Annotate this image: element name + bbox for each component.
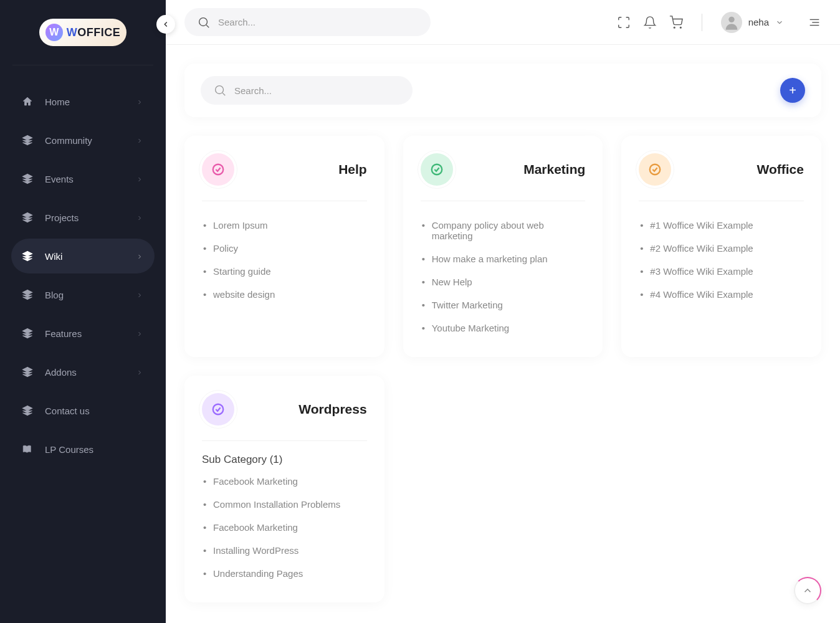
sidebar-item-events[interactable]: Events [11, 161, 155, 196]
svg-marker-7 [23, 406, 32, 411]
svg-point-21 [213, 404, 224, 415]
check-circle-icon [202, 393, 234, 426]
svg-point-18 [213, 164, 224, 175]
sidebar-collapse-button[interactable] [156, 15, 175, 34]
svg-point-11 [680, 27, 681, 28]
cart-button[interactable] [669, 16, 683, 29]
wiki-category-card: MarketingCompany policy about web market… [403, 136, 603, 357]
card-title[interactable]: Help [338, 162, 367, 177]
sub-category-label[interactable]: Sub Category (1) [202, 454, 367, 466]
wiki-article-link[interactable]: website design [202, 283, 367, 306]
scroll-top-button[interactable] [794, 577, 821, 604]
wiki-article-link[interactable]: Facebook Marketing [202, 516, 367, 539]
user-name: neha [748, 17, 769, 27]
svg-line-9 [206, 25, 209, 27]
sidebar-item-community[interactable]: Community [11, 123, 155, 158]
svg-marker-1 [23, 174, 32, 179]
svg-point-8 [199, 17, 208, 26]
sidebar-item-contact-us[interactable]: Contact us [11, 393, 155, 428]
sidebar-item-home[interactable]: Home [11, 84, 155, 119]
notifications-button[interactable] [643, 16, 657, 29]
wiki-search-input[interactable] [234, 85, 400, 96]
chevron-right-icon [136, 290, 145, 299]
sidebar-nav: HomeCommunityEventsProjectsWikiBlogFeatu… [0, 78, 166, 477]
sidebar-item-label: Blog [45, 290, 64, 300]
wiki-article-link[interactable]: Installing WordPress [202, 539, 367, 562]
stack-icon [21, 173, 34, 185]
card-title[interactable]: Marketing [523, 162, 585, 177]
sidebar-item-label: Projects [45, 212, 79, 223]
svg-point-10 [674, 27, 675, 28]
wiki-article-link[interactable]: Understanding Pages [202, 562, 367, 585]
topbar: neha [166, 0, 840, 45]
card-title[interactable]: Wordpress [298, 402, 366, 417]
sidebar-item-label: Wiki [45, 251, 62, 262]
svg-point-16 [216, 86, 224, 94]
stack-icon [21, 366, 34, 378]
menu-button[interactable] [808, 16, 821, 29]
wiki-article-link[interactable]: How make a marketing plan [421, 247, 586, 270]
sidebar-item-label: Events [45, 174, 74, 184]
add-button[interactable]: + [780, 78, 805, 103]
chevron-down-icon [775, 18, 784, 27]
wiki-article-link[interactable]: Youtube Marketing [421, 316, 586, 340]
sidebar-item-wiki[interactable]: Wiki [11, 239, 155, 273]
menu-icon [808, 16, 821, 29]
card-title[interactable]: Woffice [757, 162, 804, 177]
avatar [721, 12, 742, 33]
content: + HelpLorem IpsumPolicyStarting guideweb… [166, 45, 840, 623]
sidebar-item-addons[interactable]: Addons [11, 354, 155, 389]
stack-icon [21, 327, 34, 340]
wiki-article-link[interactable]: New Help [421, 270, 586, 293]
svg-point-20 [650, 164, 661, 175]
sidebar-item-projects[interactable]: Projects [11, 200, 155, 235]
wiki-article-link[interactable]: Lorem Ipsum [202, 214, 367, 237]
chevron-left-icon [161, 20, 170, 29]
check-circle-icon [639, 153, 671, 186]
wiki-article-link[interactable]: Facebook Marketing [202, 470, 367, 493]
sidebar-item-features[interactable]: Features [11, 316, 155, 351]
wiki-article-link[interactable]: #4 Woffice Wiki Example [639, 283, 804, 306]
wiki-category-card: Woffice#1 Woffice Wiki Example#2 Woffice… [621, 136, 821, 357]
chevron-right-icon [136, 329, 145, 338]
stack-icon [21, 134, 34, 146]
book-icon [21, 443, 34, 455]
wiki-article-link[interactable]: Common Installation Problems [202, 493, 367, 516]
cards-grid: HelpLorem IpsumPolicyStarting guidewebsi… [184, 136, 821, 602]
cart-icon [669, 16, 683, 29]
logo-text: WOFFICE [67, 26, 121, 39]
search-icon [213, 83, 227, 97]
wiki-article-link[interactable]: #3 Woffice Wiki Example [639, 260, 804, 283]
divider [702, 14, 702, 31]
sidebar-item-blog[interactable]: Blog [11, 277, 155, 312]
global-search-input[interactable] [218, 17, 418, 27]
wiki-article-link[interactable]: Policy [202, 237, 367, 260]
wiki-article-link[interactable]: Company policy about web marketing [421, 214, 586, 247]
wiki-search[interactable] [201, 76, 413, 105]
sidebar: W WOFFICE HomeCommunityEventsProjectsWik… [0, 0, 166, 623]
wiki-article-link[interactable]: Starting guide [202, 260, 367, 283]
sidebar-item-label: Community [45, 135, 92, 146]
user-menu[interactable]: neha [721, 12, 784, 33]
stack-icon [21, 211, 34, 224]
search-icon [197, 16, 211, 29]
fullscreen-button[interactable] [617, 16, 631, 29]
logo[interactable]: W WOFFICE [12, 12, 153, 65]
svg-marker-5 [23, 329, 32, 334]
sidebar-item-label: LP Courses [45, 444, 93, 455]
wiki-article-link[interactable]: #2 Woffice Wiki Example [639, 237, 804, 260]
chevron-right-icon [136, 97, 145, 106]
bell-icon [643, 16, 657, 29]
wiki-article-link[interactable]: #1 Woffice Wiki Example [639, 214, 804, 237]
card-list: #1 Woffice Wiki Example#2 Woffice Wiki E… [639, 214, 804, 306]
svg-marker-4 [23, 290, 32, 295]
wiki-article-link[interactable]: Twitter Marketing [421, 293, 586, 316]
check-circle-icon [202, 153, 234, 186]
global-search[interactable] [184, 8, 431, 36]
sidebar-item-lp-courses[interactable]: LP Courses [11, 432, 155, 467]
sidebar-item-label: Features [45, 328, 82, 339]
chevron-up-icon [802, 585, 813, 596]
stack-icon [21, 288, 34, 301]
chevron-right-icon [136, 174, 145, 183]
card-list: Lorem IpsumPolicyStarting guidewebsite d… [202, 214, 367, 306]
